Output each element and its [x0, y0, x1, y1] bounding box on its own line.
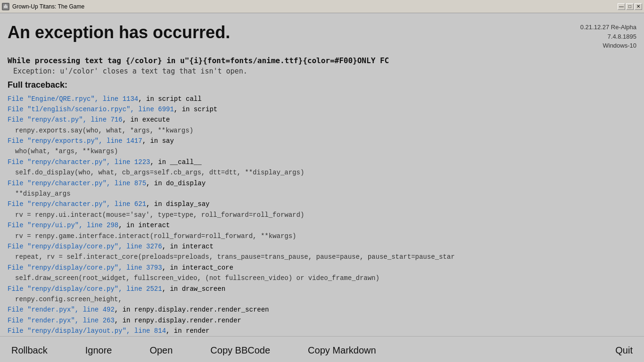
error-header: An exception has occurred. 0.21.12.27 Re… [8, 23, 636, 50]
file-link[interactable]: File "renpy/character.py", line 1223 [8, 158, 150, 166]
traceback-code-line: renpy.config.screen_height, [8, 294, 635, 304]
file-link[interactable]: File "renpy/ui.py", line 298 [8, 222, 118, 229]
traceback-code-line: repeat, rv = self.interact_core(preloads… [8, 252, 635, 262]
minimize-button[interactable]: — [618, 3, 625, 10]
open-button[interactable]: Open [149, 345, 173, 356]
traceback-code-line: rv = renpy.ui.interact(mouse='say', type… [8, 210, 635, 220]
error-message-box: While processing text tag {/color} in u"… [8, 56, 636, 75]
traceback-code-line: **display_args [8, 189, 635, 199]
window-title: Grown-Up Titans: The Game [12, 3, 84, 10]
file-link[interactable]: File "renpy/ast.py", line 716 [8, 116, 123, 123]
quit-button-wrap: Quit [615, 345, 633, 356]
version-info: 0.21.12.27 Re-Alpha 7.4.8.1895 Windows-1… [580, 23, 636, 50]
traceback-file-line: File "renpy/character.py", line 1223, in… [8, 157, 635, 167]
traceback-code-line: renpy.exports.say(who, what, *args, **kw… [8, 125, 635, 136]
error-container: An exception has occurred. 0.21.12.27 Re… [8, 23, 636, 336]
button-bar: Rollback Ignore Open Copy BBCode Copy Ma… [0, 336, 644, 362]
traceback-file-line: File "tl/english/scenario.rpyc", line 69… [8, 104, 635, 115]
traceback-file-line: File "render.pyx", line 492, in renpy.di… [8, 304, 635, 315]
traceback-file-line: File "renpy/display/core.py", line 2521,… [8, 284, 635, 294]
traceback-file-line: File "renpy/exports.py", line 1417, in s… [8, 136, 635, 146]
traceback-file-line: File "renpy/character.py", line 621, in … [8, 199, 635, 209]
traceback-code-line: who(what, *args, **kwargs) [8, 146, 635, 156]
file-link[interactable]: File "renpy/display/core.py", line 2521 [8, 285, 162, 293]
title-bar-left: Grown-Up Titans: The Game [2, 3, 84, 10]
file-link[interactable]: File "render.pyx", line 492 [8, 306, 115, 313]
traceback-file-line: File "renpy/ui.py", line 298, in interac… [8, 220, 635, 230]
file-link[interactable]: File "renpy/display/layout.py", line 814 [8, 327, 166, 335]
traceback-scroll[interactable]: File "Engine/QRE.rpyc", line 1134, in sc… [8, 94, 636, 337]
window-controls: — □ ✕ [618, 3, 642, 10]
version-line1: 0.21.12.27 Re-Alpha [580, 23, 636, 32]
file-link[interactable]: File "Engine/QRE.rpyc", line 1134 [8, 95, 138, 103]
traceback-header: Full traceback: [8, 80, 636, 90]
traceback-code-line: self.do_display(who, what, cb_args=self.… [8, 167, 635, 178]
traceback-file-line: File "Engine/QRE.rpyc", line 1134, in sc… [8, 94, 635, 104]
traceback-file-line: File "renpy/display/core.py", line 3793,… [8, 263, 635, 273]
button-bar-inner: Rollback Ignore Open Copy BBCode Copy Ma… [11, 345, 633, 356]
action-buttons: Rollback Ignore Open Copy BBCode Copy Ma… [11, 345, 376, 356]
error-tag-line: While processing text tag {/color} in u"… [8, 56, 636, 65]
copy-bbcode-button[interactable]: Copy BBCode [210, 345, 270, 356]
error-exception-line: Exception: u'/color' closes a text tag t… [13, 67, 636, 75]
file-link[interactable]: File "tl/english/scenario.rpyc", line 69… [8, 106, 174, 113]
traceback-file-line: File "renpy/character.py", line 875, in … [8, 178, 635, 189]
close-button[interactable]: ✕ [635, 3, 642, 10]
traceback-code-line: self.draw_screen(root_widget, fullscreen… [8, 273, 635, 283]
traceback-file-line: File "renpy/display/core.py", line 3276,… [8, 241, 635, 252]
file-link[interactable]: File "renpy/exports.py", line 1417 [8, 137, 142, 145]
main-window: An exception has occurred. 0.21.12.27 Re… [0, 13, 644, 362]
traceback-content: File "Engine/QRE.rpyc", line 1134, in sc… [8, 94, 635, 337]
version-line2: 7.4.8.1895 [580, 32, 636, 41]
copy-markdown-button[interactable]: Copy Markdown [308, 345, 376, 356]
file-link[interactable]: File "renpy/character.py", line 875 [8, 180, 146, 187]
traceback-file-line: File "renpy/ast.py", line 716, in execut… [8, 115, 635, 125]
maximize-button[interactable]: □ [626, 3, 634, 10]
title-bar: Grown-Up Titans: The Game — □ ✕ [0, 0, 644, 13]
traceback-file-line: File "render.pyx", line 263, in renpy.di… [8, 315, 635, 326]
file-link[interactable]: File "renpy/character.py", line 621 [8, 200, 146, 208]
app-icon [2, 3, 9, 10]
file-link[interactable]: File "renpy/display/core.py", line 3276 [8, 243, 162, 250]
version-line3: Windows-10 [580, 41, 636, 50]
file-link[interactable]: File "render.pyx", line 263 [8, 317, 115, 324]
svg-point-2 [5, 4, 7, 6]
traceback-code-line: rv = renpy.game.interface.interact(roll_… [8, 231, 635, 241]
error-title: An exception has occurred. [8, 23, 230, 42]
quit-button[interactable]: Quit [615, 345, 633, 356]
ignore-button[interactable]: Ignore [85, 345, 112, 356]
traceback-file-line: File "renpy/display/layout.py", line 814… [8, 326, 635, 336]
rollback-button[interactable]: Rollback [11, 345, 48, 356]
file-link[interactable]: File "renpy/display/core.py", line 3793 [8, 264, 162, 272]
